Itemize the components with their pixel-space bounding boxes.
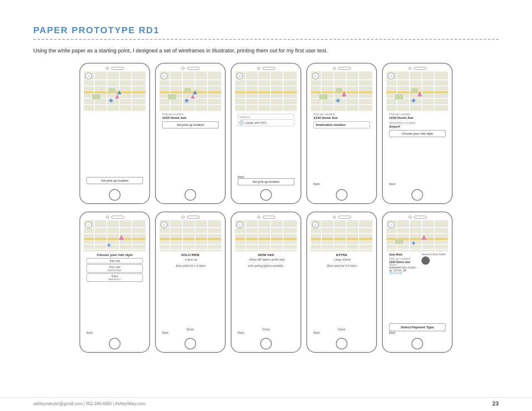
mom-van-label: Mom Van bbox=[109, 266, 120, 268]
pickup-value-1-2: 1234 Home Ave bbox=[162, 116, 219, 120]
screen-content-1-4: Pick-up Location 1234 Home Ave Destinati… bbox=[311, 111, 372, 187]
done-link-2-2[interactable]: Done bbox=[162, 327, 219, 331]
back-link-2-2[interactable]: Back bbox=[162, 331, 219, 334]
phone-home-btn-2-4[interactable] bbox=[336, 338, 347, 349]
screen-content-2-4: EXTRA - Large vehicle -Best suited for 5… bbox=[311, 251, 372, 336]
phone-screen-2-2: ☺ bbox=[160, 220, 221, 336]
pickup-label-1-4: Pick-up Location bbox=[313, 113, 370, 116]
select-payment-btn[interactable]: Select Payment Type bbox=[389, 323, 446, 331]
solo-ride-option[interactable]: Solo ride bbox=[86, 258, 143, 263]
svg-point-70 bbox=[412, 99, 415, 102]
profile-icon-2-2: ☺ bbox=[161, 221, 167, 228]
phone-home-btn-1-5[interactable] bbox=[411, 189, 423, 201]
address-input-field[interactable]: Address bbox=[239, 116, 293, 120]
phone-home-btn-2-3[interactable] bbox=[260, 338, 272, 349]
phone-home-btn[interactable] bbox=[109, 189, 121, 201]
phone-dot bbox=[106, 216, 109, 219]
map-svg-2-5 bbox=[387, 220, 448, 251]
phones-row-2: ☺ bbox=[33, 212, 499, 353]
done-link-2-4[interactable]: Done bbox=[313, 327, 370, 331]
back-link-2-5[interactable]: Back bbox=[389, 331, 446, 334]
phone-2-4: ☺ bbox=[306, 212, 377, 353]
svg-point-127 bbox=[413, 242, 415, 244]
phone-speaker bbox=[338, 216, 351, 219]
map-svg-1-4 bbox=[311, 71, 372, 111]
svg-rect-52 bbox=[319, 94, 328, 99]
svg-rect-95 bbox=[235, 220, 297, 251]
gps-input-area: Address ➤ Locate with GPS bbox=[238, 114, 294, 126]
svg-rect-125 bbox=[395, 239, 403, 244]
profile-icon-1-3: ☺ bbox=[236, 73, 243, 79]
phone-home-btn-2-5[interactable] bbox=[411, 338, 423, 349]
pickup-value-1-4: 1234 Home Ave bbox=[313, 116, 370, 120]
dest-value-1-5: Airport bbox=[389, 125, 446, 128]
pickup-value-2-5: 1234 Home Ave bbox=[389, 261, 420, 263]
phone-screen-1-1: ☺ bbox=[84, 71, 145, 187]
profile-icon-1-4: ☺ bbox=[312, 73, 319, 79]
extra-desc1: - Large vehicle bbox=[313, 258, 370, 261]
phone-dot bbox=[106, 67, 109, 70]
map-area-2-3: ☺ bbox=[235, 220, 297, 251]
phone-1-4: ☺ bbox=[306, 63, 377, 204]
phone-home-btn-2-1[interactable] bbox=[109, 338, 121, 349]
phone-dot bbox=[409, 216, 411, 219]
back-link-2-4[interactable]: Back bbox=[313, 331, 370, 334]
view-profile-link[interactable]: View Profile bbox=[389, 272, 420, 274]
phone-home-btn-1-3[interactable] bbox=[260, 189, 272, 201]
phone-speaker bbox=[187, 67, 200, 70]
set-pickup-btn-1-2[interactable]: Set pick-up location bbox=[162, 121, 219, 128]
phone-dot bbox=[257, 67, 260, 70]
map-svg-2-1 bbox=[84, 220, 145, 251]
done-link-2-3[interactable]: Done bbox=[238, 327, 294, 331]
profile-icon: ☺ bbox=[85, 73, 92, 79]
mom-van-desc2: with seating options available. bbox=[238, 264, 294, 267]
eta-value: 10 min, $8 bbox=[394, 269, 406, 272]
map-area-2-5: ☺ bbox=[387, 220, 448, 251]
map-area-2-1: ☺ bbox=[84, 220, 145, 251]
back-link-2-3[interactable]: Back bbox=[238, 331, 294, 334]
map-svg-1-2 bbox=[160, 71, 221, 111]
set-pickup-btn-1-3[interactable]: Set pick-up location bbox=[238, 178, 294, 185]
phone-top-bar-1-4 bbox=[307, 67, 376, 70]
profile-icon-2-1: ☺ bbox=[85, 221, 92, 228]
map-area-2-2: ☺ bbox=[160, 220, 221, 251]
footer-page: 23 bbox=[492, 400, 499, 407]
extra-option[interactable]: Extra Best for 5+! bbox=[86, 273, 143, 282]
phone-screen-1-4: ☺ bbox=[311, 71, 372, 187]
phone-1-5: ☺ bbox=[382, 63, 453, 204]
choose-ride-btn-1-5[interactable]: Choose your ride style bbox=[389, 130, 446, 137]
phone-home-btn-2-2[interactable] bbox=[185, 338, 196, 349]
back-link-1-4[interactable]: Back bbox=[313, 182, 370, 185]
map-area: ☺ bbox=[84, 71, 145, 111]
phone-home-btn-1-2[interactable] bbox=[185, 189, 196, 201]
map-svg-2-3 bbox=[235, 220, 297, 251]
profile-icon-2-4: ☺ bbox=[312, 221, 319, 228]
svg-rect-85 bbox=[160, 220, 221, 251]
screen-content-1-1: Set pick-up location bbox=[84, 111, 145, 187]
screen-content-2-3: MOM VAN - Rides with babies and/or kids … bbox=[235, 251, 297, 336]
driver-avatar bbox=[421, 256, 430, 265]
phone-home-btn-1-4[interactable] bbox=[336, 189, 347, 201]
svg-rect-68 bbox=[411, 88, 418, 92]
footer: ashleymaryart@gmail.com | 952-240-6886 |… bbox=[0, 397, 532, 407]
driver-detail-2-5: Handa D1 Silver JG923 bbox=[421, 253, 446, 256]
mom-van-option[interactable]: Mom Van Best for kids! bbox=[86, 264, 143, 273]
map-svg-1-3 bbox=[235, 71, 297, 111]
extra-title: EXTRA bbox=[313, 253, 370, 257]
back-link-2-1[interactable]: Back bbox=[86, 331, 143, 334]
phone-screen-1-5: ☺ bbox=[387, 71, 448, 187]
back-link-1-3[interactable]: Back bbox=[238, 175, 294, 178]
svg-rect-67 bbox=[395, 94, 403, 99]
set-pickup-btn-1-1[interactable]: Set pick-up location bbox=[86, 177, 143, 184]
phone-top-bar-2-5 bbox=[383, 216, 452, 219]
destination-input-1-4[interactable]: Destination location bbox=[313, 121, 370, 128]
extra-desc2: -Best suited for 5-6 riders bbox=[313, 264, 370, 267]
extra-sublabel: Best for 5+! bbox=[109, 278, 121, 281]
phone-1-1: ☺ bbox=[79, 63, 150, 204]
pickup-label-1-2: Pick-up Location bbox=[162, 113, 219, 116]
back-link-1-5[interactable]: Back bbox=[389, 182, 446, 185]
svg-rect-26 bbox=[168, 94, 176, 99]
phone-screen-1-2: ☺ bbox=[160, 71, 221, 187]
gps-locate-row[interactable]: ➤ Locate with GPS bbox=[239, 121, 293, 125]
mom-van-title: MOM VAN bbox=[238, 253, 294, 257]
